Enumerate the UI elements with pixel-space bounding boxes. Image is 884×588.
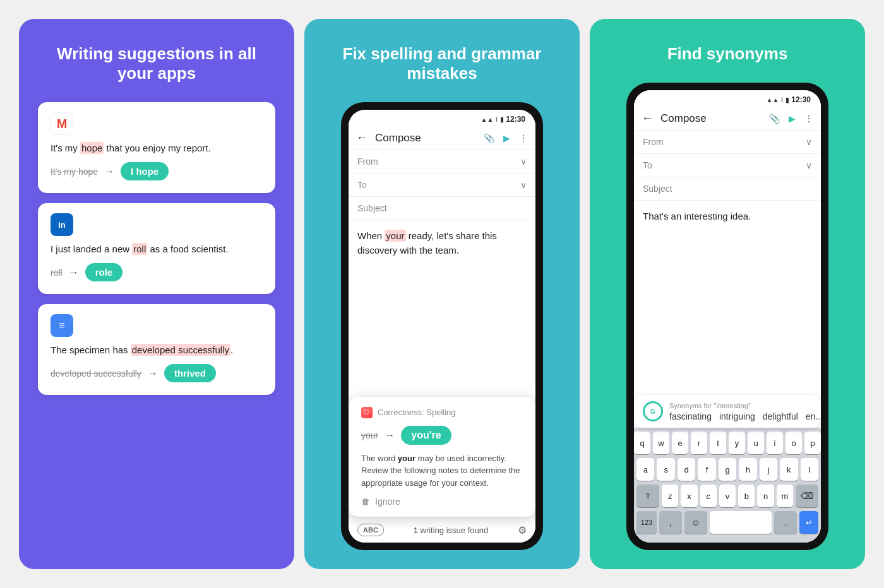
gmail-suggestion-badge[interactable]: I hope <box>121 162 169 180</box>
key-n[interactable]: n <box>757 485 774 507</box>
to-label-3: To <box>643 160 652 170</box>
correction-header: 🛡 Correctness: Spelling <box>361 407 523 418</box>
to-chevron-3: ∨ <box>806 160 812 170</box>
key-p[interactable]: p <box>804 432 821 454</box>
compose-title-3: Compose <box>660 112 762 125</box>
synonym-delightful[interactable]: delightful <box>763 411 798 421</box>
correction-description: The word your may be used incorrectly. R… <box>361 452 523 490</box>
from-field-3[interactable]: From ∨ <box>634 131 821 154</box>
synonym-fascinating[interactable]: fascinating <box>669 411 712 421</box>
ignore-label[interactable]: Ignore <box>375 497 400 507</box>
key-comma[interactable]: , <box>659 511 682 534</box>
to-field-2[interactable]: To ∨ <box>349 173 535 197</box>
from-label-2: From <box>357 156 378 167</box>
synonym-more[interactable]: en... <box>806 411 821 421</box>
correction-suggestion-row: your → you're <box>361 426 523 445</box>
gdocs-suggestion-badge[interactable]: thrived <box>164 364 216 382</box>
linkedin-strikethrough: roll <box>51 268 63 278</box>
keyboard: q w e r t y u i o p a s d <box>634 428 821 543</box>
key-space[interactable] <box>710 511 772 534</box>
settings-gear-2[interactable]: ⚙ <box>518 524 527 536</box>
key-q[interactable]: q <box>634 432 650 454</box>
gdocs-card-text: The specimen has developed successfully. <box>51 343 263 356</box>
writing-issues-label: 1 writing issue found <box>414 526 489 535</box>
synonym-intriguing[interactable]: intriguing <box>719 411 755 421</box>
status-time-display-3: 12:30 <box>791 95 811 104</box>
from-label-3: From <box>643 137 664 147</box>
key-b[interactable]: b <box>738 485 755 507</box>
key-x[interactable]: x <box>681 485 697 507</box>
back-arrow-3[interactable]: ← <box>642 112 653 125</box>
linkedin-suggestion-badge[interactable]: role <box>85 263 123 281</box>
correction-strikethrough: your <box>361 430 378 440</box>
key-r[interactable]: r <box>691 432 707 454</box>
key-s[interactable]: s <box>657 458 674 481</box>
key-i[interactable]: i <box>767 432 783 454</box>
correction-popup: 🛡 Correctness: Spelling your → you're Th… <box>349 397 535 517</box>
wifi-signal-2: ▲▲ <box>481 116 494 123</box>
key-c[interactable]: c <box>700 485 717 507</box>
key-m[interactable]: m <box>777 485 793 507</box>
key-d[interactable]: d <box>678 458 695 481</box>
key-u[interactable]: u <box>748 432 764 454</box>
key-o[interactable]: o <box>785 432 802 454</box>
key-k[interactable]: k <box>780 458 797 481</box>
email-body-2: When your ready, let's share this discov… <box>349 220 535 409</box>
synonym-content: Synonyms for "interesting" fascinating i… <box>669 402 821 421</box>
back-arrow-2[interactable]: ← <box>356 131 367 144</box>
keyboard-row-1: q w e r t y u i o p <box>636 432 818 454</box>
more-icon-3[interactable]: ⋮ <box>804 114 813 124</box>
from-chevron-2: ∨ <box>520 156 527 167</box>
panel3-title: Find synonyms <box>667 44 788 64</box>
keyboard-row-4: 123 , ☺ . ↵ <box>636 511 818 534</box>
key-g[interactable]: g <box>719 458 736 481</box>
phone-bottom-bar-2: ABC 1 writing issue found ⚙ <box>349 517 535 543</box>
linkedin-icon: in <box>51 213 73 236</box>
panel-grammar: Fix spelling and grammar mistakes ▲▲ ⌇ ▮… <box>304 19 580 569</box>
to-chevron-2: ∨ <box>520 180 527 190</box>
key-return[interactable]: ↵ <box>799 511 818 534</box>
key-a[interactable]: a <box>636 458 654 481</box>
panel-writing-suggestions: Writing suggestions in all your apps M I… <box>19 19 294 569</box>
synonym-label: Synonyms for "interesting" <box>669 402 821 409</box>
panels-container: Writing suggestions in all your apps M I… <box>0 0 884 588</box>
key-w[interactable]: w <box>653 432 669 454</box>
send-icon-3[interactable]: ▶ <box>789 114 796 124</box>
battery-icon-3: ▮ <box>785 96 789 104</box>
more-icon-2[interactable]: ⋮ <box>519 133 528 143</box>
hope-highlight: hope <box>80 142 104 154</box>
gdocs-suggestion-row: developed successfully → thrived <box>51 364 263 382</box>
gmail-card-text: It's my hope that you enjoy my report. <box>51 141 263 155</box>
key-delete[interactable]: ⌫ <box>796 485 818 507</box>
key-h[interactable]: h <box>739 458 756 481</box>
synonym-bar: G Synonyms for "interesting" fascinating… <box>634 395 821 428</box>
key-v[interactable]: v <box>719 485 736 507</box>
subject-field-3[interactable]: Subject <box>634 177 821 201</box>
abc-badge-2: ABC <box>357 524 384 536</box>
correction-arrow: → <box>385 430 395 441</box>
key-f[interactable]: f <box>698 458 715 481</box>
key-period[interactable]: . <box>774 511 797 534</box>
subject-label-2: Subject <box>357 203 387 213</box>
key-123[interactable]: 123 <box>636 511 657 534</box>
send-icon-2[interactable]: ▶ <box>503 133 510 143</box>
wifi-icon-2: ⌇ <box>495 116 498 123</box>
key-y[interactable]: y <box>729 432 745 454</box>
gdocs-card: ≡ The specimen has developed successfull… <box>38 304 275 395</box>
key-shift[interactable]: ⇧ <box>636 485 659 507</box>
phone-mockup-3: ▲▲ ⌇ ▮ 12:30 ← Compose 📎 ▶ ⋮ <box>626 83 828 550</box>
to-field-3[interactable]: To ∨ <box>634 154 821 177</box>
key-z[interactable]: z <box>662 485 678 507</box>
to-label-2: To <box>357 180 367 190</box>
key-t[interactable]: t <box>710 432 726 454</box>
key-j[interactable]: j <box>760 458 777 481</box>
attachment-icon-3[interactable]: 📎 <box>769 114 780 124</box>
attachment-icon-2[interactable]: 📎 <box>484 133 494 143</box>
ignore-row: 🗑 Ignore <box>361 497 523 507</box>
key-l[interactable]: l <box>801 458 818 481</box>
correction-badge[interactable]: you're <box>401 426 451 445</box>
key-e[interactable]: e <box>672 432 688 454</box>
subject-field-2[interactable]: Subject <box>349 197 535 220</box>
from-field-2[interactable]: From ∨ <box>349 150 535 173</box>
key-emoji[interactable]: ☺ <box>684 511 707 534</box>
